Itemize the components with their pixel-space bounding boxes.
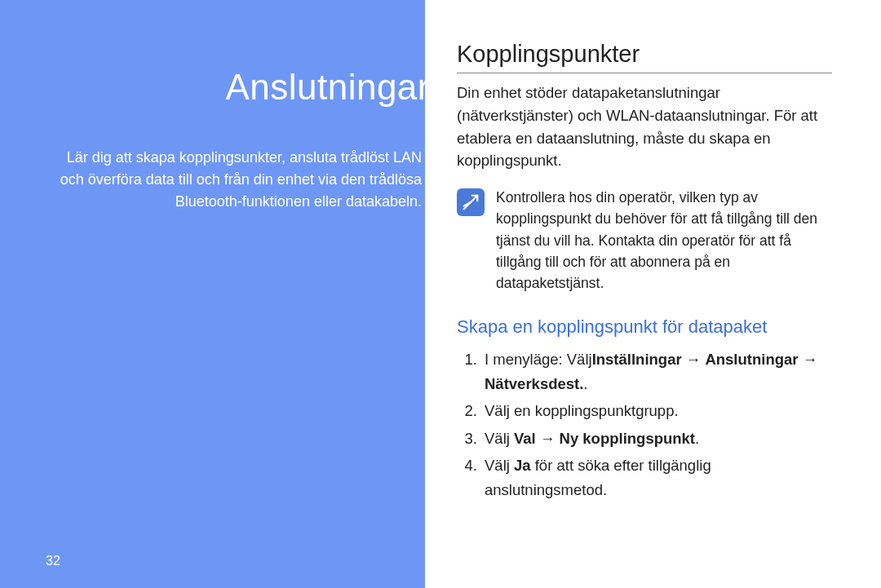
chapter-title: Anslutningar bbox=[225, 67, 430, 108]
step-2: Välj en kopplingspunktgrupp. bbox=[481, 399, 832, 423]
note-text: Kontrollera hos din operatör, vilken typ… bbox=[496, 187, 832, 294]
content-panel: Kopplingspunkter Din enhet stöder datapa… bbox=[457, 41, 832, 506]
chapter-description: Lär dig att skapa kopplingsunkter, anslu… bbox=[46, 147, 422, 213]
section-title: Kopplingspunkter bbox=[457, 41, 832, 73]
note-icon bbox=[457, 188, 485, 216]
step-1: I menyläge: VäljInställningar → Anslutni… bbox=[481, 347, 832, 396]
left-panel: Anslutningar Lär dig att skapa kopplings… bbox=[0, 0, 425, 588]
note-block: Kontrollera hos din operatör, vilken typ… bbox=[457, 187, 832, 294]
step-4: Välj Ja för att söka efter tillgänglig a… bbox=[481, 453, 832, 502]
steps-list: I menyläge: VäljInställningar → Anslutni… bbox=[481, 347, 832, 502]
intro-text: Din enhet stöder datapaketanslutningar (… bbox=[457, 82, 832, 172]
sub-heading: Skapa en kopplingspunkt för datapaket bbox=[457, 315, 832, 339]
page-number: 32 bbox=[46, 554, 60, 568]
step-3: Välj Val → Ny kopplingspunkt. bbox=[481, 427, 832, 451]
